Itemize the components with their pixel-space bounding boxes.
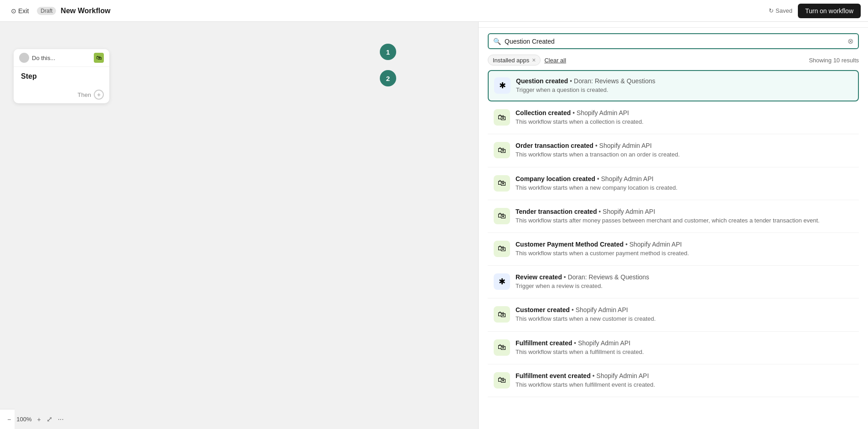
trigger-item[interactable]: 🛍 Collection created • Shopify Admin API… xyxy=(488,102,859,133)
divider xyxy=(488,134,859,134)
trigger-item[interactable]: 🛍 Fulfillment event created • Shopify Ad… xyxy=(488,365,859,396)
filter-tag-label: Installed apps xyxy=(493,57,529,64)
step-card-header: Do this... xyxy=(14,49,109,67)
trigger-info: Customer created • Shopify Admin API Thi… xyxy=(516,306,853,323)
exit-icon: ⊙ xyxy=(11,7,16,15)
trigger-item[interactable]: 🛍 Customer Payment Method Created • Shop… xyxy=(488,234,859,264)
trigger-info: Fulfillment created • Shopify Admin API … xyxy=(516,339,853,356)
saved-label: Saved xyxy=(776,7,792,14)
divider xyxy=(488,167,859,167)
step-circle-1[interactable]: 1 xyxy=(380,44,396,60)
divider xyxy=(488,265,859,266)
trigger-description: Trigger when a question is created. xyxy=(516,86,853,94)
saved-status: ↻ Saved xyxy=(769,7,792,14)
trigger-item[interactable]: 🛍 Customer created • Shopify Admin API T… xyxy=(488,299,859,330)
clear-all-button[interactable]: Clear all xyxy=(544,57,566,64)
trigger-item[interactable]: 🛍 Company location created • Shopify Adm… xyxy=(488,168,859,199)
trigger-description: This workflow starts when a new company … xyxy=(516,184,853,192)
trigger-icon: 🛍 xyxy=(494,109,510,126)
trigger-title: Order transaction created • Shopify Admi… xyxy=(516,142,853,149)
trigger-item[interactable]: 🛍 Fulfillment created • Shopify Admin AP… xyxy=(488,333,859,363)
trigger-title: Company location created • Shopify Admin… xyxy=(516,175,853,182)
shopify-icon xyxy=(94,53,104,63)
do-this-label: Do this... xyxy=(32,55,55,61)
trigger-title: Fulfillment event created • Shopify Admi… xyxy=(516,372,853,379)
trigger-item[interactable]: ✱ Question created • Doran: Reviews & Qu… xyxy=(488,70,859,101)
search-icon: 🔍 xyxy=(493,38,501,45)
step-card[interactable]: Do this... Step Then + xyxy=(14,49,109,103)
trigger-description: This workflow starts after money passes … xyxy=(516,217,853,225)
divider xyxy=(488,200,859,200)
zoom-in-button[interactable]: + xyxy=(37,416,41,423)
trigger-info: Tender transaction created • Shopify Adm… xyxy=(516,208,853,225)
turn-on-button[interactable]: Turn on workflow xyxy=(798,4,861,18)
trigger-description: This workflow starts when a collection i… xyxy=(516,118,853,126)
trigger-title: Tender transaction created • Shopify Adm… xyxy=(516,208,853,215)
trigger-description: Trigger when a review is created. xyxy=(516,282,853,290)
divider xyxy=(488,397,859,397)
trigger-info: Company location created • Shopify Admin… xyxy=(516,175,853,192)
exit-button[interactable]: ⊙ Exit xyxy=(7,5,32,16)
trigger-description: This workflow starts when a fulfillment … xyxy=(516,348,853,356)
trigger-info: Fulfillment event created • Shopify Admi… xyxy=(516,372,853,389)
trigger-title: Collection created • Shopify Admin API xyxy=(516,109,853,116)
step-card-user: Do this... xyxy=(19,53,55,63)
search-bar-container: 🔍 ⊗ xyxy=(479,28,868,55)
trigger-info: Review created • Doran: Reviews & Questi… xyxy=(516,273,853,290)
right-panel: Select trigger × 🔍 ⊗ Installed apps × Cl… xyxy=(478,0,868,429)
trigger-description: This workflow starts when fulfillment ev… xyxy=(516,381,853,389)
workflow-canvas: Do this... Step Then + − 100% + ⤢ ··· xyxy=(0,22,390,429)
trigger-title: Fulfillment created • Shopify Admin API xyxy=(516,339,853,347)
header-right: ↻ Saved Turn on workflow xyxy=(769,4,861,18)
trigger-icon: 🛍 xyxy=(494,306,510,323)
filter-left: Installed apps × Clear all xyxy=(488,55,566,66)
divider xyxy=(488,298,859,298)
zoom-out-button[interactable]: − xyxy=(7,416,11,423)
saved-icon: ↻ xyxy=(769,7,774,14)
step-body: Step xyxy=(14,67,109,86)
trigger-icon: 🛍 xyxy=(494,241,510,257)
trigger-info: Order transaction created • Shopify Admi… xyxy=(516,142,853,159)
trigger-icon: 🛍 xyxy=(494,372,510,389)
trigger-item[interactable]: 🛍 Tender transaction created • Shopify A… xyxy=(488,201,859,232)
exit-label: Exit xyxy=(18,7,29,15)
more-options-button[interactable]: ··· xyxy=(58,415,64,424)
then-label: Then xyxy=(77,91,91,98)
trigger-description: This workflow starts when a customer pay… xyxy=(516,249,853,257)
search-input[interactable] xyxy=(505,38,844,45)
draft-badge: Draft xyxy=(37,7,56,15)
trigger-icon: 🛍 xyxy=(494,339,510,356)
add-step-button[interactable]: + xyxy=(94,90,104,100)
zoom-level: 100% xyxy=(16,416,31,423)
filter-tag-installed-apps[interactable]: Installed apps × xyxy=(488,55,541,66)
fit-button[interactable]: ⤢ xyxy=(46,415,52,424)
trigger-item[interactable]: 🛍 Order transaction created • Shopify Ad… xyxy=(488,135,859,166)
divider xyxy=(488,232,859,233)
filter-row: Installed apps × Clear all Showing 10 re… xyxy=(479,55,868,70)
trigger-icon: 🛍 xyxy=(494,208,510,224)
step-label: Step xyxy=(21,72,37,80)
trigger-title: Customer created • Shopify Admin API xyxy=(516,306,853,313)
remove-filter-button[interactable]: × xyxy=(532,56,536,64)
trigger-info: Collection created • Shopify Admin API T… xyxy=(516,109,853,126)
divider xyxy=(488,331,859,332)
bottom-toolbar: − 100% + ⤢ ··· xyxy=(0,409,15,429)
trigger-icon: 🛍 xyxy=(494,142,510,158)
trigger-info: Question created • Doran: Reviews & Ques… xyxy=(516,77,853,94)
divider xyxy=(488,364,859,364)
header-left: ⊙ Exit Draft New Workflow xyxy=(7,5,110,16)
search-input-wrap: 🔍 ⊗ xyxy=(488,33,859,49)
step-circle-2[interactable]: 2 xyxy=(380,70,396,86)
trigger-title: Review created • Doran: Reviews & Questi… xyxy=(516,273,853,281)
trigger-info: Customer Payment Method Created • Shopif… xyxy=(516,241,853,257)
trigger-icon: ✱ xyxy=(494,77,511,94)
step-footer: Then + xyxy=(14,86,109,103)
trigger-title: Question created • Doran: Reviews & Ques… xyxy=(516,77,853,85)
clear-search-button[interactable]: ⊗ xyxy=(848,37,853,45)
workflow-title: New Workflow xyxy=(61,7,110,15)
trigger-item[interactable]: ✱ Review created • Doran: Reviews & Ques… xyxy=(488,267,859,297)
results-count: Showing 10 results xyxy=(809,57,859,64)
trigger-description: This workflow starts when a new customer… xyxy=(516,315,853,323)
trigger-description: This workflow starts when a transaction … xyxy=(516,151,853,159)
trigger-title: Customer Payment Method Created • Shopif… xyxy=(516,241,853,248)
